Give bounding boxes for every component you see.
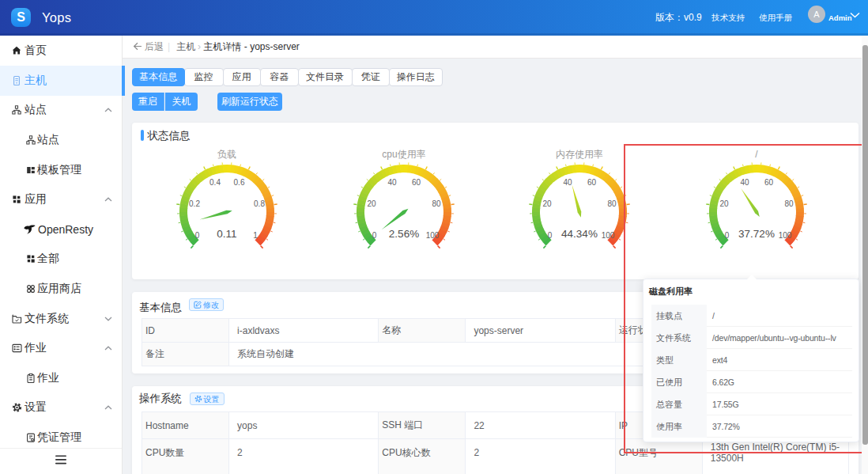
svg-text:0.11: 0.11: [217, 228, 236, 240]
svg-text:1: 1: [253, 231, 258, 240]
svg-text:0: 0: [548, 231, 553, 240]
svg-text:20: 20: [367, 199, 376, 208]
svg-text:0: 0: [372, 231, 377, 240]
svg-text:0: 0: [195, 231, 200, 240]
svg-text:40: 40: [563, 178, 572, 187]
svg-text:60: 60: [412, 178, 421, 187]
svg-text:2.56%: 2.56%: [389, 228, 419, 240]
svg-text:80: 80: [432, 199, 441, 208]
svg-text:0.8: 0.8: [254, 199, 265, 208]
svg-text:0.6: 0.6: [234, 178, 245, 187]
svg-text:80: 80: [607, 199, 617, 208]
svg-text:负载: 负载: [217, 149, 236, 160]
svg-text:cpu使用率: cpu使用率: [382, 149, 425, 160]
svg-text:100: 100: [426, 231, 440, 240]
svg-text:40: 40: [387, 178, 397, 187]
svg-text:60: 60: [587, 178, 597, 187]
svg-text:20: 20: [542, 199, 552, 208]
svg-text:内存使用率: 内存使用率: [556, 149, 603, 160]
svg-text:100: 100: [602, 231, 615, 240]
svg-text:44.34%: 44.34%: [561, 228, 598, 240]
svg-text:0.4: 0.4: [209, 178, 221, 187]
svg-text:0.2: 0.2: [189, 199, 200, 208]
